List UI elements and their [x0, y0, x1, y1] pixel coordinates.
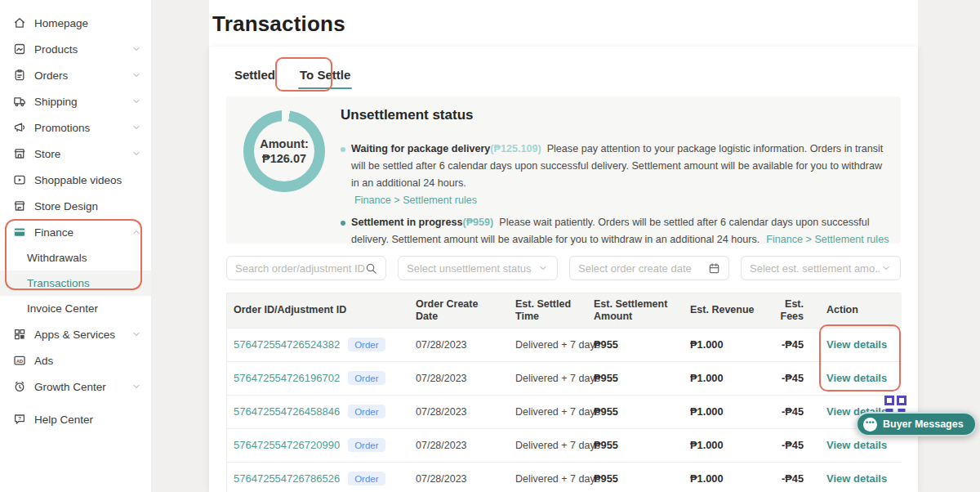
est-settlement-amount-cell: ₱955 — [587, 462, 684, 492]
app-window: HomepageProductsOrdersShippingPromotions… — [0, 0, 980, 492]
search-order-input[interactable] — [226, 256, 386, 280]
sidebar-item-withdrawals[interactable]: Withdrawals — [0, 245, 151, 271]
main-content: Transactions SettledTo Settle Amount: ₱1… — [209, 0, 918, 492]
sidebar-item-transactions[interactable]: Transactions — [0, 271, 151, 296]
filter-bar: Select unsettlement statusSelect order c… — [226, 256, 901, 280]
settlement-rules-link[interactable]: Finance > Settlement rules — [766, 234, 889, 245]
tab-settled[interactable]: Settled — [234, 68, 275, 89]
sidebar-item-label: Store — [34, 148, 131, 160]
unsettlement-status-select-value: Select unsettlement status — [407, 262, 537, 275]
chat-bubble-icon: ••• — [863, 418, 877, 432]
sidebar-item-products[interactable]: Products — [0, 36, 151, 62]
est-settlement-amount-cell: ₱955 — [587, 361, 684, 395]
sidebar-item-store[interactable]: Store — [0, 141, 151, 167]
est-revenue-cell: ₱1.000 — [684, 328, 769, 361]
bullet-title: Settlement in progress — [351, 217, 462, 228]
sidebar-item-invoice-center[interactable]: Invoice Center — [0, 296, 151, 321]
sidebar-item-label: Products — [34, 43, 131, 56]
chevron-down-icon — [131, 149, 141, 159]
sidebar-item-homepage[interactable]: Homepage — [0, 10, 151, 36]
chevron-down-icon — [131, 123, 141, 132]
search-order-input-field[interactable] — [235, 262, 365, 275]
sidebar-item-label: Ads — [34, 355, 141, 367]
sidebar-item-label: Store Design — [34, 200, 141, 212]
est-fees-cell: -₱45 — [769, 462, 820, 492]
chevron-down-icon — [131, 382, 141, 391]
order-create-date-picker[interactable]: Select order create date — [569, 256, 729, 280]
chevron-up-icon — [131, 227, 141, 237]
unsettlement-status-select[interactable]: Select unsettlement status — [398, 256, 558, 280]
orders-icon — [12, 69, 26, 83]
chevron-down-icon — [880, 262, 892, 275]
est-settled-time-cell: Delivered + 7 days — [509, 428, 587, 462]
sidebar-item-apps-services[interactable]: Apps & Services — [0, 321, 151, 347]
order-type-badge: Order — [348, 438, 385, 452]
chevron-down-icon — [131, 96, 141, 106]
view-details-link[interactable]: View details — [826, 472, 887, 485]
order-create-date-cell: 07/28/2023 — [409, 361, 509, 395]
sidebar-item-growth-center[interactable]: Growth Center — [0, 373, 151, 400]
video-icon — [12, 173, 26, 187]
order-id-link[interactable]: 576472554726196702 — [234, 372, 340, 384]
view-details-link[interactable]: View details — [826, 338, 887, 351]
order-create-date-cell: 07/28/2023 — [409, 462, 509, 492]
ads-icon: AD — [12, 354, 26, 368]
calendar-icon — [708, 262, 720, 275]
sidebar-item-shoppable-videos[interactable]: Shoppable videos — [0, 167, 151, 193]
sidebar-item-promotions[interactable]: Promotions — [0, 114, 151, 141]
est-revenue-cell: ₱1.000 — [684, 361, 769, 395]
status-bullet-waiting-for-package-delivery: Waiting for package delivery(₱125.109)Pl… — [341, 141, 889, 209]
sidebar-item-ads[interactable]: ADAds — [0, 347, 151, 373]
settlement-amount-select[interactable]: Select est. settlement amo... — [741, 256, 901, 280]
order-create-date-cell: 07/28/2023 — [409, 328, 509, 361]
est-revenue-cell: ₱1.000 — [684, 462, 769, 492]
search-icon[interactable] — [365, 262, 377, 275]
donut-amount-label: Amount: — [260, 137, 309, 150]
sidebar-item-label: Orders — [34, 69, 131, 82]
order-type-badge: Order — [348, 472, 385, 485]
sidebar-item-finance[interactable]: Finance — [0, 219, 151, 245]
bullet-dot-icon — [341, 221, 345, 226]
shipping-icon — [12, 95, 26, 109]
column-header-order-id-adjustment-id: Order ID/Adjustment ID — [227, 293, 409, 328]
buyer-messages-button[interactable]: ••• Buyer Messages — [856, 412, 977, 436]
settlement-rules-link[interactable]: Finance > Settlement rules — [354, 192, 889, 209]
order-id-link[interactable]: 576472554726458846 — [234, 405, 340, 418]
est-fees-cell: -₱45 — [769, 395, 820, 428]
view-details-link[interactable]: View details — [826, 372, 887, 384]
sidebar-item-label: Homepage — [34, 17, 141, 29]
donut-amount-value: ₱126.07 — [262, 152, 306, 165]
finance-icon — [12, 226, 26, 239]
est-settlement-amount-cell: ₱955 — [587, 428, 684, 462]
page-title: Transactions — [209, 0, 918, 37]
est-settled-time-cell: Delivered + 7 days — [509, 395, 587, 428]
sidebar-item-label: Invoice Center — [27, 302, 141, 315]
table-row: 576472554726786526Order07/28/2023Deliver… — [227, 462, 902, 492]
est-settled-time-cell: Delivered + 7 days — [509, 361, 587, 395]
bullet-dot-icon — [341, 147, 345, 152]
sidebar-item-shipping[interactable]: Shipping — [0, 88, 151, 114]
sidebar-item-store-design[interactable]: Store Design — [0, 193, 151, 219]
unsettlement-status-panel: Amount: ₱126.07 Unsettlement status Wait… — [226, 96, 901, 244]
est-settled-time-cell: Delivered + 7 days — [509, 328, 587, 361]
order-type-badge: Order — [348, 371, 385, 385]
svg-text:?: ? — [18, 416, 21, 421]
sidebar-item-label: Growth Center — [34, 381, 131, 393]
sidebar-item-help-center[interactable]: ?Help Center — [0, 406, 151, 432]
sidebar-item-orders[interactable]: Orders — [0, 62, 151, 88]
svg-text:AD: AD — [16, 359, 22, 364]
products-icon — [12, 42, 26, 56]
view-details-link[interactable]: View details — [826, 439, 887, 451]
order-id-link[interactable]: 576472554726720990 — [234, 439, 340, 451]
help-icon: ? — [12, 413, 26, 427]
tab-to-settle[interactable]: To Settle — [300, 68, 350, 89]
sidebar-item-label: Finance — [34, 226, 131, 239]
column-header-est-settlement-amount: Est. Settlement Amount — [587, 293, 684, 328]
status-body: Unsettlement status Waiting for package … — [341, 107, 889, 253]
order-id-link[interactable]: 576472554726524382 — [234, 338, 340, 351]
column-header-est-settled-time: Est. Settled Time — [509, 293, 587, 328]
order-id-link[interactable]: 576472554726786526 — [234, 472, 340, 485]
sidebar: HomepageProductsOrdersShippingPromotions… — [0, 0, 151, 492]
table-row: 576472554726720990Order07/28/2023Deliver… — [227, 428, 902, 462]
buyer-messages-label: Buyer Messages — [883, 418, 964, 430]
